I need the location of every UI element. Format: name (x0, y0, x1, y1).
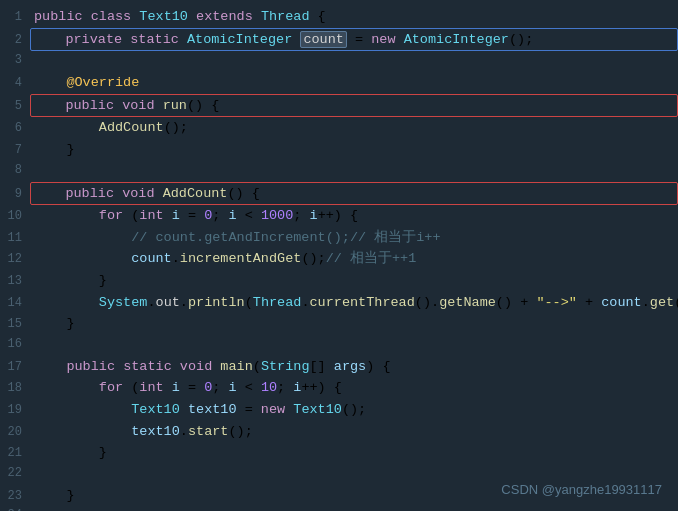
code-line: 15 } (0, 313, 678, 335)
line-number: 5 (0, 97, 30, 116)
code-editor: 1public class Text10 extends Thread {2 p… (0, 0, 678, 511)
line-number: 16 (0, 335, 30, 354)
code-line: 17 public static void main(String[] args… (0, 356, 678, 378)
line-text: text10.start(); (30, 421, 678, 443)
line-number: 24 (0, 506, 30, 511)
line-number: 13 (0, 272, 30, 291)
code-line: 24 (0, 506, 678, 511)
code-line: 9 public void AddCount() { (0, 182, 678, 206)
code-line: 7 } (0, 139, 678, 161)
line-number: 21 (0, 444, 30, 463)
line-text: } (30, 139, 678, 161)
code-line: 19 Text10 text10 = new Text10(); (0, 399, 678, 421)
line-text: // count.getAndIncrement();// 相当于i++ (30, 227, 678, 249)
line-number: 1 (0, 8, 30, 27)
line-number: 7 (0, 141, 30, 160)
line-text: private static AtomicInteger count = new… (30, 28, 678, 52)
line-number: 15 (0, 315, 30, 334)
line-number: 19 (0, 401, 30, 420)
line-number: 9 (0, 185, 30, 204)
code-line: 8 (0, 161, 678, 182)
line-number: 20 (0, 423, 30, 442)
line-number: 22 (0, 464, 30, 483)
line-number: 23 (0, 487, 30, 506)
line-number: 6 (0, 119, 30, 138)
code-line: 11 // count.getAndIncrement();// 相当于i++ (0, 227, 678, 249)
line-number: 4 (0, 74, 30, 93)
code-line: 10 for (int i = 0; i < 1000; i++) { (0, 205, 678, 227)
line-text: } (30, 313, 678, 335)
code-line: 20 text10.start(); (0, 421, 678, 443)
code-line: 2 private static AtomicInteger count = n… (0, 28, 678, 52)
code-line: 1public class Text10 extends Thread { (0, 6, 678, 28)
line-text: for (int i = 0; i < 10; i++) { (30, 377, 678, 399)
line-text: } (30, 442, 678, 464)
line-text: AddCount(); (30, 117, 678, 139)
line-number: 11 (0, 229, 30, 248)
code-line: 12 count.incrementAndGet();// 相当于++1 (0, 248, 678, 270)
line-number: 8 (0, 161, 30, 180)
code-line: 6 AddCount(); (0, 117, 678, 139)
code-line: 14 System.out.println(Thread.currentThre… (0, 292, 678, 314)
code-line: 16 (0, 335, 678, 356)
line-text: System.out.println(Thread.currentThread(… (30, 292, 678, 314)
line-number: 18 (0, 379, 30, 398)
line-text: public void run() { (30, 94, 678, 118)
line-text: } (30, 270, 678, 292)
line-number: 2 (0, 31, 30, 50)
line-number: 17 (0, 358, 30, 377)
line-text: public void AddCount() { (30, 182, 678, 206)
code-line: 18 for (int i = 0; i < 10; i++) { (0, 377, 678, 399)
code-line: 13 } (0, 270, 678, 292)
line-text: public class Text10 extends Thread { (30, 6, 678, 28)
watermark: CSDN @yangzhe19931117 (501, 480, 662, 501)
line-number: 3 (0, 51, 30, 70)
code-line: 3 (0, 51, 678, 72)
code-line: 5 public void run() { (0, 94, 678, 118)
line-text: public static void main(String[] args) { (30, 356, 678, 378)
code-line: 4 @Override (0, 72, 678, 94)
line-text: count.incrementAndGet();// 相当于++1 (30, 248, 678, 270)
line-text: for (int i = 0; i < 1000; i++) { (30, 205, 678, 227)
code-line: 21 } (0, 442, 678, 464)
line-number: 10 (0, 207, 30, 226)
line-text: Text10 text10 = new Text10(); (30, 399, 678, 421)
line-number: 14 (0, 294, 30, 313)
line-text: @Override (30, 72, 678, 94)
line-number: 12 (0, 250, 30, 269)
